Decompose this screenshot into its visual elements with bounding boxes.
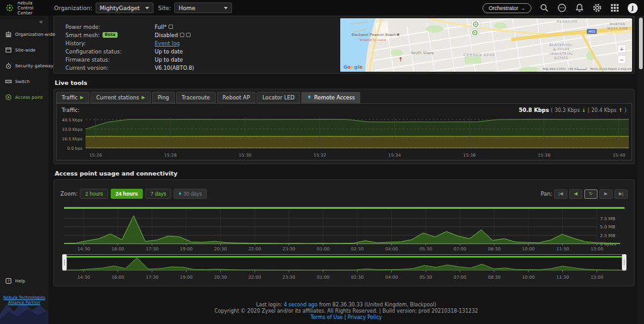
map-label-industrial-estate: BLACKPOOL-: [550, 43, 574, 47]
organization-label: Organization:: [54, 5, 92, 11]
sidebar-item-switch[interactable]: Switch: [0, 74, 48, 89]
search-icon[interactable]: [540, 3, 549, 13]
svg-text:−: −: [619, 57, 625, 63]
map-canvas: M55 Blackpool Pleasure Beach Temporarily…: [340, 18, 632, 72]
detail-row-current-version: Current version: V6.10(ABTO.8): [65, 64, 340, 72]
svg-text:07:00: 07:00: [453, 247, 466, 252]
access-point-map-marker[interactable]: [472, 20, 480, 28]
notifications-bell-icon[interactable]: [575, 3, 584, 13]
svg-text:22:00: 22:00: [248, 247, 261, 252]
map-label-industrial-estate: INDUSTRIAL: [550, 52, 574, 55]
detail-row-power-mode: Power mode: Full*: [65, 23, 340, 31]
orchestrator-button[interactable]: Orchestrator →: [482, 3, 531, 13]
usage-controls: Zoom: 2 hours 24 hours 7 days ♦ 30 days …: [54, 180, 634, 199]
organization-select[interactable]: MightyGadget: [96, 3, 153, 13]
svg-text:20:30: 20:30: [214, 275, 227, 280]
main-content: Power mode: Full* Smart mesh: Beta Disab…: [48, 16, 644, 324]
svg-text:15:32: 15:32: [313, 153, 326, 158]
tab-remote-access[interactable]: ♦Remote Access: [301, 92, 360, 103]
partner-links: Nebula Technologies Alliance Partner: [0, 295, 48, 305]
pan-label: Pan:: [541, 191, 552, 197]
tab-ping[interactable]: Ping: [152, 92, 175, 103]
zoom-2-hours-button[interactable]: 2 hours: [80, 189, 108, 199]
location-map[interactable]: M55 Blackpool Pleasure Beach Temporarily…: [340, 18, 632, 72]
site-value: Home: [179, 5, 196, 11]
event-log-link[interactable]: Event log: [155, 40, 180, 47]
privacy-policy-link[interactable]: Privacy Policy: [348, 315, 382, 320]
svg-text:23:30: 23:30: [282, 247, 295, 252]
settings-gear-icon[interactable]: [592, 3, 602, 13]
nebula-logo[interactable]: nebula Control Center: [5, 1, 49, 16]
sidebar-item-help[interactable]: ? Help: [0, 273, 48, 289]
gateway-icon: [5, 62, 12, 69]
pan-live-refresh-button[interactable]: ↻: [584, 189, 597, 199]
map-terms-link[interactable]: Terms of Use: [589, 67, 608, 70]
map-label-pleasure-beach: Blackpool Pleasure Beach: [352, 33, 396, 37]
nebula-alliance-partner-link[interactable]: Nebula Technologies Alliance Partner: [3, 295, 45, 305]
brand-name: nebula Control Center: [18, 1, 49, 16]
apps-grid-icon[interactable]: [610, 3, 619, 13]
last-login-source: from 82.36.30.33 (United Kingdom, Blackp…: [319, 302, 436, 308]
svg-text:2.5 MB: 2.5 MB: [600, 233, 615, 238]
time-range-scrubber[interactable]: 14:3016:0017:3019:0020:3022:0023:3001:00…: [55, 254, 634, 282]
tab-traffic[interactable]: Traffic▶: [56, 92, 89, 103]
detail-value: Up to date: [155, 57, 183, 63]
access-point-icon: [5, 94, 12, 101]
traffic-legend: 50.8 Kbps ( 30.3 Kbps ↓ | 20.4 Kbps ↑ ): [519, 107, 626, 113]
sidebar-item-label: Switch: [15, 79, 30, 84]
tab-current-stations[interactable]: Current stations▶: [91, 92, 151, 103]
svg-text:17:30: 17:30: [146, 275, 158, 280]
detail-value: V6.10(ABTO.8): [155, 65, 194, 71]
sidebar-item-access-point[interactable]: Access point: [0, 89, 48, 105]
access-point-map-marker[interactable]: [471, 29, 479, 37]
map-zoom-in-button[interactable]: +: [618, 45, 626, 53]
zoom-24-hours-button[interactable]: 24 hours: [111, 189, 143, 199]
zoom-7-days-button[interactable]: 7 days: [145, 189, 171, 199]
live-tools-title: Live tools: [55, 79, 644, 86]
site-select[interactable]: Home: [174, 3, 232, 13]
tab-reboot-ap[interactable]: Reboot AP: [217, 92, 256, 103]
sidebar-collapse-icon[interactable]: «: [0, 16, 48, 26]
chevron-down-icon: [145, 7, 149, 9]
play-icon: ▶: [80, 96, 84, 100]
feedback-icon[interactable]: [557, 3, 567, 13]
zoom-30-days-button[interactable]: ♦ 30 days: [174, 189, 207, 199]
detail-label: Configuration status:: [65, 48, 155, 55]
pan-next-button[interactable]: ▶: [599, 189, 613, 199]
map-label-marton: MARTON: [610, 22, 626, 26]
map-zoom-out-button[interactable]: −: [618, 55, 626, 64]
sidebar-item-organization-wide[interactable]: Organization-wide: [0, 26, 48, 42]
svg-text:10:00: 10:00: [522, 247, 535, 252]
map-report-error-link[interactable]: Report a map error: [608, 67, 632, 70]
svg-text:01:00: 01:00: [317, 247, 330, 252]
svg-text:7.5 MB: 7.5 MB: [600, 216, 615, 221]
svg-text:05:30: 05:30: [419, 247, 432, 252]
legend-total: 50.8 Kbps: [519, 107, 549, 113]
svg-text:16:00: 16:00: [111, 275, 124, 280]
svg-text:13:00: 13:00: [591, 247, 603, 252]
zoom-label: Zoom:: [60, 191, 77, 197]
svg-text:19:00: 19:00: [180, 275, 192, 280]
sidebar-item-site-wide[interactable]: Site-wide: [0, 42, 48, 58]
svg-text:15:40: 15:40: [613, 153, 625, 158]
beta-badge: Beta: [103, 32, 118, 38]
detail-row-firmware-status: Firmware status: Up to date: [65, 55, 340, 64]
svg-text:11:30: 11:30: [557, 275, 569, 280]
gem-icon: ♦: [179, 191, 181, 196]
pan-last-button[interactable]: ▶|: [614, 189, 628, 199]
scrollbar-thumb[interactable]: [639, 18, 643, 69]
motorway-badge: M55: [589, 30, 596, 33]
page-scrollbar[interactable]: [638, 16, 644, 324]
user-avatar[interactable]: J: [628, 3, 638, 13]
legend-upload: 20.4 Kbps: [591, 108, 616, 113]
tab-locator-led[interactable]: Locator LED: [257, 92, 300, 103]
tab-traceroute[interactable]: Traceroute: [176, 92, 216, 103]
play-icon: ▶: [142, 96, 145, 100]
sidebar-item-security-gateway[interactable]: Security gateway: [0, 58, 48, 74]
map-label-mereside: MERESIDE: [557, 20, 578, 23]
last-login-time-link[interactable]: 4 second ago: [284, 302, 318, 308]
pan-previous-button[interactable]: ◀: [569, 189, 582, 199]
svg-text:13:00: 13:00: [591, 275, 603, 280]
terms-of-use-link[interactable]: Terms of Use: [311, 315, 343, 320]
pan-first-button[interactable]: |◀: [554, 189, 567, 199]
